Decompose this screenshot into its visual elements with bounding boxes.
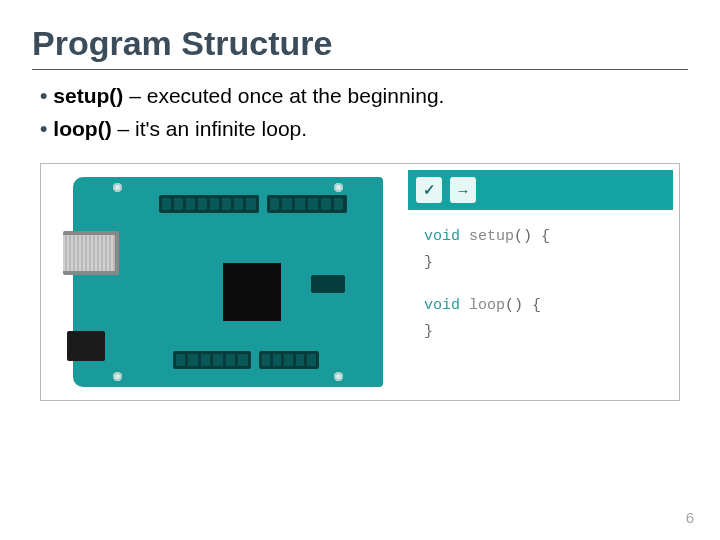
upload-button[interactable]: → [450, 177, 476, 203]
code-loop-block: void loop() { } [424, 293, 657, 344]
pin-header [173, 351, 251, 369]
slide-title: Program Structure [32, 24, 688, 70]
code-editor: ✓ → void setup() { } void loop() { } [408, 170, 673, 394]
bullet-bold: setup() [53, 84, 123, 107]
page-number: 6 [686, 509, 694, 526]
arrow-right-icon: → [456, 182, 471, 199]
code-setup-block: void setup() { } [424, 224, 657, 275]
bullet-dot: • [40, 117, 47, 140]
bullet-text: – it's an infinite loop. [112, 117, 307, 140]
pin-header [259, 351, 319, 369]
verify-button[interactable]: ✓ [416, 177, 442, 203]
bullet-dot: • [40, 84, 47, 107]
bullet-bold: loop() [53, 117, 111, 140]
arduino-illustration [47, 170, 408, 394]
bullet-list: •setup() – executed once at the beginnin… [40, 80, 688, 145]
usb-port-icon [63, 231, 119, 275]
bullet-text: – executed once at the beginning. [123, 84, 444, 107]
pin-header [159, 195, 259, 213]
check-icon: ✓ [423, 181, 436, 199]
bullet-item: •loop() – it's an infinite loop. [40, 113, 688, 146]
power-jack-icon [67, 331, 105, 361]
editor-toolbar: ✓ → [408, 170, 673, 210]
component-icon [311, 275, 345, 293]
pin-header [267, 195, 347, 213]
code-body: void setup() { } void loop() { } [408, 210, 673, 394]
mcu-chip-icon [223, 263, 281, 321]
bullet-item: •setup() – executed once at the beginnin… [40, 80, 688, 113]
figure: ✓ → void setup() { } void loop() { } [40, 163, 680, 401]
